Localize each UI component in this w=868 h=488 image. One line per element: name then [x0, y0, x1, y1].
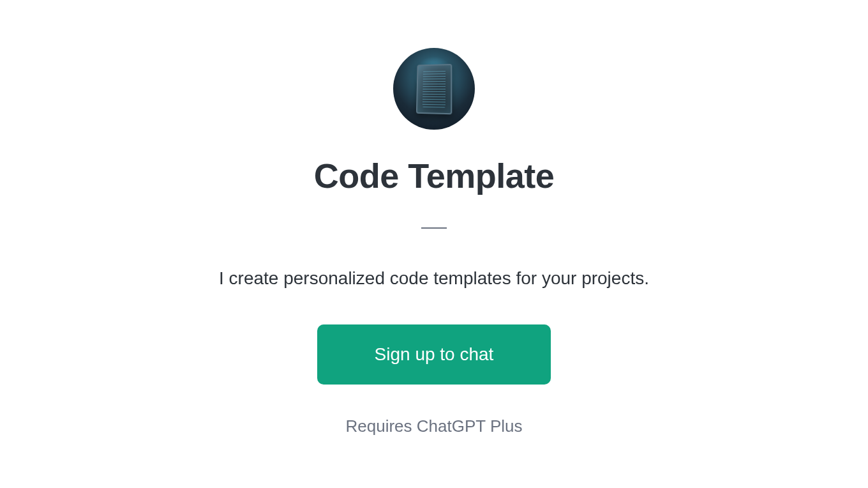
code-tablet-icon	[416, 64, 452, 114]
signup-button[interactable]: Sign up to chat	[317, 324, 551, 385]
gpt-avatar	[393, 48, 475, 130]
page-description: I create personalized code templates for…	[219, 268, 649, 289]
page-title: Code Template	[314, 156, 555, 195]
divider	[421, 227, 447, 229]
requires-plus-label: Requires ChatGPT Plus	[346, 416, 523, 436]
